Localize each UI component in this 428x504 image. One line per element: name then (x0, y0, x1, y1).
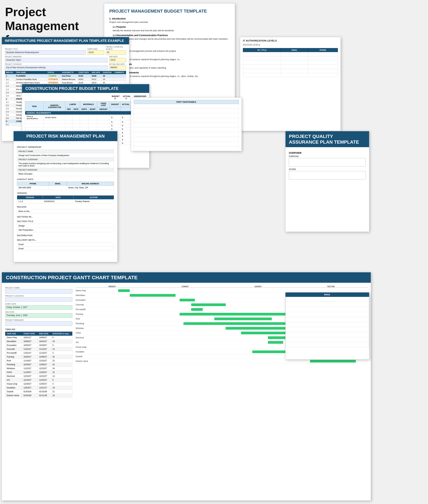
gantt-timeline-label: TIMELINE (5, 328, 72, 331)
reason-row: Work on the... (17, 209, 114, 214)
cb-row-plans: Plans & Specifications Vendor Name $ - $… (25, 115, 146, 120)
project-sponsor-group: PROJECT SPONSOR City of New Horizons Dev… (5, 63, 107, 70)
gantt-bar-inner-4 (191, 308, 203, 311)
gantt-row-3: Concrete 11/01/27 11/13/27 13 (5, 347, 72, 351)
gantt-left-panel: PROJECT NAME PROJECT LOCATION START DATE… (5, 285, 72, 397)
actual-summary: ACTUAL $ - (123, 95, 131, 100)
th-end: END DATE (91, 71, 102, 74)
gt-end: 11/15/27 (38, 351, 51, 355)
gantt-bar-inner-3 (191, 303, 226, 306)
status-inprogress: In Progress (48, 81, 59, 84)
pt-th-party: PARTY RESPONSIBLE (134, 100, 239, 104)
td-wbs: 1.1 (5, 78, 15, 81)
project-manager-value: Alexandra Taylor (5, 58, 107, 62)
gt-task: A/V (5, 378, 22, 382)
gantt-bar-container-0 (99, 288, 367, 293)
cb-th-actual2 (121, 107, 131, 111)
td-task: Conduct Feasibility Study (15, 78, 47, 81)
project-name-text: Design and Construction of New Company H… (17, 153, 114, 158)
gt-start: 11/01/27 (22, 347, 38, 351)
gantt-bar-inner-8 (226, 327, 287, 330)
delivery-row-1: Email (17, 242, 114, 247)
td-wbs: 3.1 (5, 123, 15, 126)
gt-task: Exterior stone (5, 394, 22, 397)
contact-mailing: Street, City, State, ZIP (67, 186, 114, 190)
start-date-value: 01/25 (87, 51, 104, 55)
project-name-field-label: PROJECT NAME (17, 150, 114, 153)
th-assigned: ASSIGNED TO (61, 71, 77, 74)
cb-row-4: $ -$ -$ - (25, 127, 146, 131)
gt-duration: 18 (51, 394, 72, 397)
cb-th-units: UNITS (80, 107, 88, 111)
actual-end-date-label: ACTUAL END DATE (109, 63, 126, 65)
gantt-bar-label-7: Plumbing (76, 322, 99, 325)
form-row-3: PROJECT SPONSOR City of New Horizons Dev… (5, 63, 126, 70)
td-end: 02/09 (91, 74, 102, 78)
td-start: 01/02 (77, 74, 91, 78)
gt-task: Electrical (5, 374, 22, 378)
td-start: 01/02 (77, 78, 91, 81)
auth-row-3 (243, 60, 338, 65)
cb-th-budget2 (110, 107, 120, 111)
th-duration: DURATION (102, 71, 113, 74)
v-th-date: DATE (43, 196, 74, 199)
auth-row-1 (243, 52, 338, 56)
td-end: 01/11 (91, 78, 102, 81)
pt-row-4 (134, 118, 239, 123)
project-manager-group: PROJECT MANAGER Alexandra Taylor (5, 56, 107, 62)
gt-duration: 19 (51, 386, 72, 390)
dt-row-5 (286, 317, 369, 322)
project-overview-text: The project involves designing and const… (17, 162, 114, 168)
gt-task: Excavation (5, 343, 22, 347)
cb-th-materials: MATERIALS (80, 102, 97, 107)
project-sponsor-value: City of New Horizons Development Authori… (5, 66, 107, 70)
dt-th-email: EMAIL (286, 293, 369, 297)
td-wbs: 1.5 (5, 91, 15, 94)
gt-project-name-value (5, 289, 72, 293)
gt-th-start: START DATE (22, 332, 38, 336)
gantt-date-headers: 09/20/27 11/09/27 12/29/27 02/17/28 (76, 285, 367, 288)
gantt-bar-inner-2 (180, 299, 195, 301)
v-th-author: AUTHOR (74, 196, 114, 199)
version-number: 1.1.3 (17, 199, 43, 204)
gt-duration: 13 (51, 347, 72, 351)
td-task: Develop Initial Project Scope (15, 81, 47, 84)
td-wbs: 1.2 (5, 81, 15, 84)
td-wbs: 1.6 (5, 94, 15, 97)
gt-end-date-label: END DATE (5, 311, 72, 313)
project-title-label: PROJECT TITLE (5, 48, 86, 50)
cb-th-actual: ACTUAL (121, 102, 131, 107)
date-3: 12/29/27 (222, 285, 295, 287)
gt-end: 12/21/27 (38, 386, 51, 390)
auth-row-6 (243, 73, 338, 77)
section-1-title: Introduction (112, 17, 126, 20)
ownership-title: PROJECT OWNERSHIP (17, 146, 114, 148)
project-manager-field-label: PROJECT MANAGER (17, 168, 114, 172)
gantt-bar-label-2: Excavation (76, 299, 99, 301)
pt-row-3 (134, 113, 239, 118)
cb-row-3: $ -$ -$ - (25, 124, 146, 127)
pt-row-6 (134, 128, 239, 132)
td-assigned: Krisa Ahmed (61, 81, 77, 84)
gt-duration: 42 (51, 363, 72, 367)
section-item-site: Site Preparation... (17, 228, 114, 232)
gt-end: 12/05/27 (38, 355, 51, 359)
gt-start: 01/03/28 (22, 390, 38, 394)
party-responsible-table: PARTY RESPONSIBLE (134, 100, 239, 151)
gantt-bar-inner-5 (180, 313, 287, 316)
gt-duration: 6 (51, 378, 72, 382)
party-table-card: PARTY RESPONSIBLE (131, 97, 242, 151)
cb-th-fixed: FIXED COST (97, 102, 110, 107)
cb-th-per-unit: $/UNIT (88, 107, 97, 111)
sections-label: SECTIONS IM... (17, 215, 114, 218)
td-wbs: 2.6 (5, 117, 15, 120)
reason-text: Work on the... (17, 209, 114, 214)
in-days-label: in days (106, 48, 126, 50)
td-start: 01/10 (77, 81, 91, 84)
gt-end: 12/20/27 (38, 370, 51, 374)
gt-duration: 22 (51, 370, 72, 374)
contact-row: 000-000-0000 Street, City, State, ZIP (17, 186, 114, 190)
gantt-bar-inner-11 (268, 341, 283, 344)
gantt-row-5: Framing 10/25/27 12/05/27 42 (5, 355, 72, 359)
gantt-bar-label-10: Electrical (76, 336, 99, 339)
